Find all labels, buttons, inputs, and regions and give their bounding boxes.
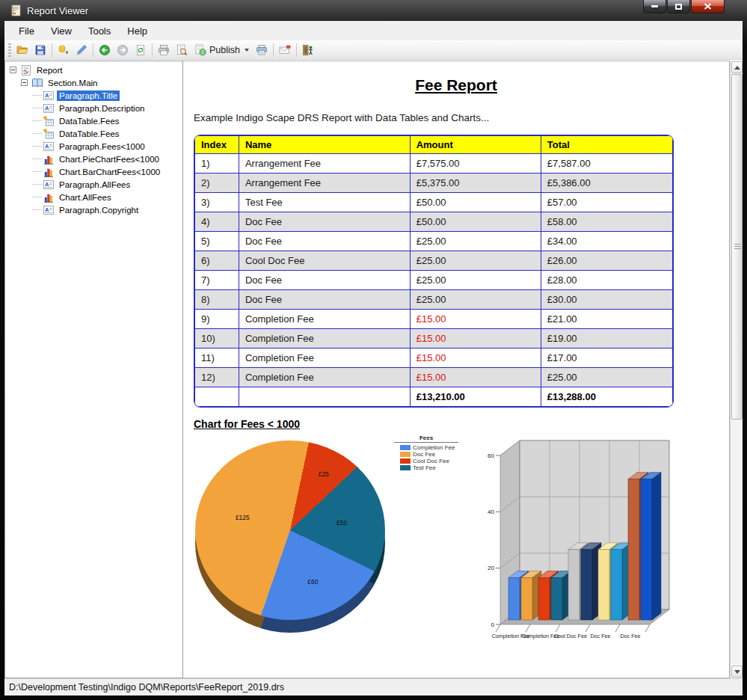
tree-item-datatable-fees[interactable]: DataTable.Fees: [5, 127, 182, 140]
tree-item-paragraph-copyright[interactable]: AParagraph.Copyright: [5, 203, 182, 216]
datatable-icon: [43, 128, 55, 140]
table-row: 5)Doc Fee£25.00£34.00: [195, 232, 673, 251]
table-row: 3)Test Fee£50.00£57.00: [195, 193, 673, 212]
column-header: Name: [239, 136, 410, 154]
connect-button[interactable]: [55, 42, 73, 58]
cell-amount: £15.00: [410, 368, 541, 387]
table-totals-row: £13,210.00£13,288.00: [195, 387, 673, 407]
refresh-button[interactable]: [132, 42, 150, 58]
print-button[interactable]: [155, 42, 173, 58]
x-axis-label: Cool Doc Fee: [554, 633, 587, 639]
toolbar-separator: [93, 43, 93, 57]
legend-item: Completion Fee: [394, 444, 458, 451]
tree-item-paragraph-allfees[interactable]: AParagraph.AllFees: [5, 178, 182, 191]
charts-area: £25£50£60£125 FeesCompletion FeeDoc FeeC…: [194, 435, 719, 659]
tree-item-label: Report: [34, 65, 65, 76]
publish-button[interactable]: Publish: [191, 42, 253, 58]
tree-item-label: Section.Main: [46, 78, 99, 88]
preview-icon: [176, 44, 188, 56]
paragraph-icon: A: [43, 204, 55, 216]
email-button[interactable]: [276, 42, 294, 58]
cell-amount: £50.00: [410, 193, 541, 212]
cell-total: £58.00: [541, 212, 672, 232]
svg-text:A: A: [45, 142, 49, 149]
cell-name: Doc Fee: [239, 212, 410, 232]
cell-index: 1): [195, 154, 239, 174]
cell-name: Test Fee: [239, 193, 410, 212]
svg-text:40: 40: [488, 509, 494, 515]
open-button[interactable]: [13, 42, 31, 58]
cell-total: £30.00: [541, 290, 672, 310]
tree-item-chart-allfees[interactable]: Chart.AllFees: [5, 191, 182, 203]
cell-name: Doc Fee: [239, 271, 410, 290]
pen-button[interactable]: [73, 42, 90, 58]
maximize-button[interactable]: [667, 0, 690, 13]
minimize-button[interactable]: [643, 0, 666, 13]
toolbar-separator: [273, 43, 274, 57]
scroll-down-button[interactable]: [731, 666, 743, 678]
window-controls: [643, 0, 725, 13]
menu-help[interactable]: Help: [119, 22, 156, 40]
email-icon: [279, 44, 291, 56]
toolbar-separator: [152, 43, 153, 57]
bar-chart: 0204060Completion FeeCompletion FeeCool …: [476, 429, 693, 654]
pie-slice-label: £25: [319, 470, 329, 478]
tree-expander-icon[interactable]: [21, 79, 28, 86]
tree-item-chart-barchartfees-1000[interactable]: Chart.BarChartFees<1000: [5, 165, 182, 178]
menu-file[interactable]: File: [10, 22, 43, 40]
tree-item-section-main[interactable]: Section.Main: [5, 76, 182, 89]
bar: [598, 550, 609, 620]
toolbar-grip[interactable]: [8, 43, 11, 57]
save-icon: [34, 44, 46, 56]
tree-item-paragraph-fees-1000[interactable]: AParagraph.Fees<1000: [5, 140, 182, 153]
bar: [611, 550, 622, 620]
publish-icon: [194, 44, 206, 56]
cell-index: 10): [195, 329, 239, 349]
bar: [641, 479, 652, 620]
tree-connector: [32, 197, 42, 197]
scroll-up-button[interactable]: [731, 61, 743, 73]
cell-total: £7,587.00: [541, 154, 672, 174]
bar: [568, 550, 580, 620]
cell-amount: £7,575.00: [410, 154, 541, 174]
table-row: 8)Doc Fee£25.00£30.00: [195, 290, 673, 310]
tree-connector: [32, 146, 42, 147]
pie-slice-label: £60: [307, 578, 318, 586]
cell-name: Completion Fee: [239, 349, 410, 368]
paragraph-icon: A: [43, 141, 55, 153]
connect-icon: [58, 44, 70, 56]
tree-item-paragraph-description[interactable]: AParagraph.Description: [5, 102, 182, 114]
cell-total: £25.00: [541, 368, 672, 387]
svg-text:0: 0: [491, 621, 495, 628]
cell-total: £28.00: [541, 271, 672, 290]
pie-slice-label: £125: [236, 514, 250, 521]
tree-expander-icon[interactable]: [10, 67, 16, 73]
menu-tools[interactable]: Tools: [80, 22, 119, 40]
preview-button[interactable]: [173, 42, 191, 58]
tree-item-report[interactable]: Report: [5, 64, 182, 76]
cell-amount: £25.00: [410, 271, 541, 290]
forward-button[interactable]: [114, 42, 132, 58]
chart-icon: [43, 191, 55, 203]
vertical-scrollbar[interactable]: [730, 61, 743, 678]
cell-name: Cool Doc Fee: [239, 251, 410, 271]
legend-title: Fees: [394, 435, 458, 443]
svg-text:A: A: [45, 180, 49, 187]
cell-amount: £25.00: [410, 251, 541, 271]
back-button[interactable]: [96, 42, 114, 58]
tree-item-paragraph-title[interactable]: AParagraph.Title: [5, 89, 182, 102]
close-button[interactable]: [691, 0, 725, 13]
tree-item-label: Chart.BarChartFees<1000: [57, 167, 162, 177]
fax-button[interactable]: [253, 42, 271, 58]
menu-view[interactable]: View: [43, 22, 80, 40]
tree-connector: [32, 95, 42, 96]
tree-item-datatable-fees[interactable]: DataTable.Fees: [5, 114, 182, 127]
refresh-icon: [135, 44, 147, 56]
tree-item-chart-piechartfees-1000[interactable]: Chart.PieChartFees<1000: [5, 153, 182, 165]
app-body: ReportSection.MainAParagraph.TitleAParag…: [4, 60, 743, 678]
save-button[interactable]: [31, 42, 49, 58]
exit-button[interactable]: [299, 42, 317, 58]
cell-amount: £25.00: [410, 290, 541, 310]
cell-name: [239, 387, 410, 407]
scrollbar-thumb[interactable]: [731, 74, 743, 420]
